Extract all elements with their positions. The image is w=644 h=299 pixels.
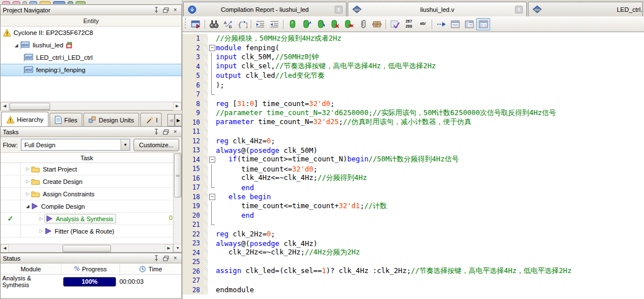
tasks-hscrollbar[interactable]: ◀ ▶ <box>1 244 173 252</box>
code-line[interactable]: 24 clk_2Hz<=~clk_2Hz;//4Hz分频为2Hz <box>183 248 644 258</box>
code-line[interactable]: 7 <box>183 90 644 99</box>
indent-icon[interactable] <box>253 18 267 30</box>
code-fold-icon[interactable] <box>208 192 216 202</box>
scroll-left-icon[interactable]: ◀ <box>1 244 9 253</box>
code-line[interactable]: 21 <box>183 220 644 230</box>
tab-design-units[interactable]: Design Units <box>83 113 139 126</box>
code-fold-icon[interactable] <box>208 43 216 53</box>
scrollbar-thumb[interactable] <box>10 103 50 110</box>
code-editor[interactable]: 1//分频模块，50MHz分频到4Hz或者2Hz2module fenping(… <box>183 32 644 299</box>
status-titlebar[interactable]: Status × <box>1 253 181 263</box>
task-row[interactable]: ▷Fitter (Place & Route) <box>1 225 173 238</box>
bookmark-clear-icon[interactable] <box>327 18 341 30</box>
report-window-icon[interactable] <box>189 18 203 30</box>
tab-i[interactable]: I <box>140 113 162 126</box>
code-line[interactable]: 5output clk_led//led变化节奏 <box>183 71 644 81</box>
task-row[interactable]: ▷Assign Constraints <box>1 188 173 200</box>
flow-select[interactable]: Full Design ▼ <box>21 139 130 151</box>
module-column-header[interactable]: Module <box>1 263 61 274</box>
expander-icon[interactable]: ◢ <box>24 204 31 209</box>
scroll-down-icon[interactable]: ▼ <box>174 244 181 252</box>
code-line[interactable]: 8reg [31:0] time_count=32'd0; <box>183 99 644 109</box>
combined-view-icon[interactable] <box>476 18 490 30</box>
code-line[interactable]: 12reg clk_4Hz=0; <box>183 137 644 146</box>
editor-tab[interactable]: Compilation Report - liushui_ledx <box>183 2 347 16</box>
unindent-icon[interactable] <box>267 18 281 30</box>
report-view-icon[interactable] <box>448 18 462 30</box>
float-window-icon[interactable] <box>162 6 170 14</box>
expander-icon[interactable]: ▷ <box>24 179 31 184</box>
task-row[interactable]: ✓▷Analysis & Synthesis0 <box>1 213 173 225</box>
tasks-vscrollbar[interactable]: ▼ <box>173 153 181 252</box>
scrollbar-thumb[interactable] <box>63 245 111 252</box>
match-brace-icon[interactable]: { } <box>235 18 249 30</box>
code-line[interactable]: 15 time_count<=32'd0; <box>183 164 644 174</box>
code-line[interactable]: 20 end <box>183 211 644 221</box>
pin-icon[interactable] <box>152 6 160 14</box>
expander-icon[interactable]: ▷ <box>38 228 45 234</box>
code-line[interactable]: 3input clk_50M,//50MHz时钟 <box>183 52 644 62</box>
time-column-header[interactable]: Time <box>120 263 181 274</box>
expander-icon[interactable]: ◢ <box>13 43 20 48</box>
replace-icon[interactable]: AB <box>221 18 235 30</box>
code-line[interactable]: 11 <box>183 127 644 137</box>
code-line[interactable]: 17 end <box>183 183 644 192</box>
pin-icon[interactable] <box>152 254 160 262</box>
code-line[interactable]: 26assign clk_led=(clk_sel==1)? clk_4Hz :… <box>183 267 644 276</box>
entity-tree-item[interactable]: abdLED_ctrl:i_LED_ctrl <box>1 51 181 64</box>
scrollbar-thumb[interactable] <box>174 153 181 197</box>
toolbar-drag-handle[interactable] <box>184 19 188 30</box>
attach-icon[interactable] <box>356 18 370 30</box>
task-column-header[interactable]: Task <box>1 153 173 163</box>
code-line[interactable]: 1//分频模块，50MHz分频到4Hz或者2Hz <box>183 34 644 43</box>
pin-icon[interactable] <box>152 128 160 135</box>
entity-tree-item[interactable]: abdfenping:i_fenping <box>1 64 181 76</box>
code-line[interactable]: 25 <box>183 257 644 267</box>
chevron-down-icon[interactable]: ▼ <box>121 139 130 150</box>
close-icon[interactable]: × <box>171 128 179 135</box>
whitespace-icon[interactable]: ab/ <box>416 18 430 30</box>
code-line[interactable]: 2module fenping( <box>183 43 644 53</box>
scroll-right-icon[interactable]: ▶ <box>165 244 173 253</box>
scroll-left-icon[interactable]: ◀ <box>1 102 9 111</box>
project-navigator-titlebar[interactable]: Project Navigator × <box>1 5 181 15</box>
code-line[interactable]: 23always@(posedge clk_4Hz) <box>183 239 644 248</box>
tab-files[interactable]: Files <box>50 113 82 126</box>
code-line[interactable]: 13always@(posedge clk_50M) <box>183 146 644 155</box>
task-row[interactable]: ▷Start Project <box>1 163 173 175</box>
spell-check-icon[interactable] <box>388 18 402 30</box>
find-icon[interactable] <box>207 18 221 30</box>
line-numbers-icon[interactable]: 267268 <box>402 18 416 30</box>
editor-tab[interactable]: abcLED_ctrl. <box>528 2 643 16</box>
expander-icon[interactable]: ▷ <box>24 191 31 196</box>
entity-tree-item[interactable]: ◢abdliushui_led <box>1 39 181 51</box>
scroll-right-icon[interactable]: ▶ <box>173 102 181 111</box>
code-line[interactable]: 6); <box>183 81 644 90</box>
bookmark-prev-icon[interactable] <box>313 18 327 30</box>
expander-icon[interactable]: ▷ <box>38 216 45 221</box>
close-icon[interactable]: × <box>171 6 179 14</box>
tab-scroll-left-icon[interactable]: ◀ <box>167 114 175 126</box>
bookmark-clear-all-icon[interactable] <box>341 18 356 30</box>
code-line[interactable]: 14 if(time_count>=time_count_N)begin//50… <box>183 155 644 165</box>
tcl-script-icon[interactable] <box>370 18 384 30</box>
entity-tree-item[interactable]: Cyclone II: EP2C35F672C8 <box>1 27 181 39</box>
code-line[interactable]: 28endmodule <box>183 285 644 295</box>
close-icon[interactable]: × <box>171 254 179 262</box>
expander-icon[interactable]: ▷ <box>24 166 31 172</box>
code-fold-icon[interactable] <box>208 155 216 165</box>
progress-column-header[interactable]: % Progress <box>61 263 120 274</box>
code-line[interactable]: 18 else begin <box>183 192 644 202</box>
outline-view-icon[interactable] <box>462 18 476 30</box>
code-line[interactable]: 16 clk_4Hz<=~clk_4Hz;//分频得到4Hz <box>183 174 644 183</box>
bookmark-next-icon[interactable] <box>299 18 313 30</box>
code-line[interactable]: 4input clk_sel,//节奏选择按键，高电平选择4Hz，低电平选择2H… <box>183 62 644 72</box>
entity-column-header[interactable]: Entity <box>1 15 181 27</box>
code-line[interactable]: 9//parameter time_count_N=32'd6250000;//… <box>183 108 644 118</box>
task-row[interactable]: ▷Create Design <box>1 175 173 188</box>
goto-icon[interactable] <box>434 18 448 30</box>
bookmark-icon[interactable] <box>285 18 299 30</box>
close-tab-icon[interactable]: x <box>335 6 343 14</box>
float-window-icon[interactable] <box>162 128 170 135</box>
code-line[interactable]: 27 <box>183 276 644 285</box>
